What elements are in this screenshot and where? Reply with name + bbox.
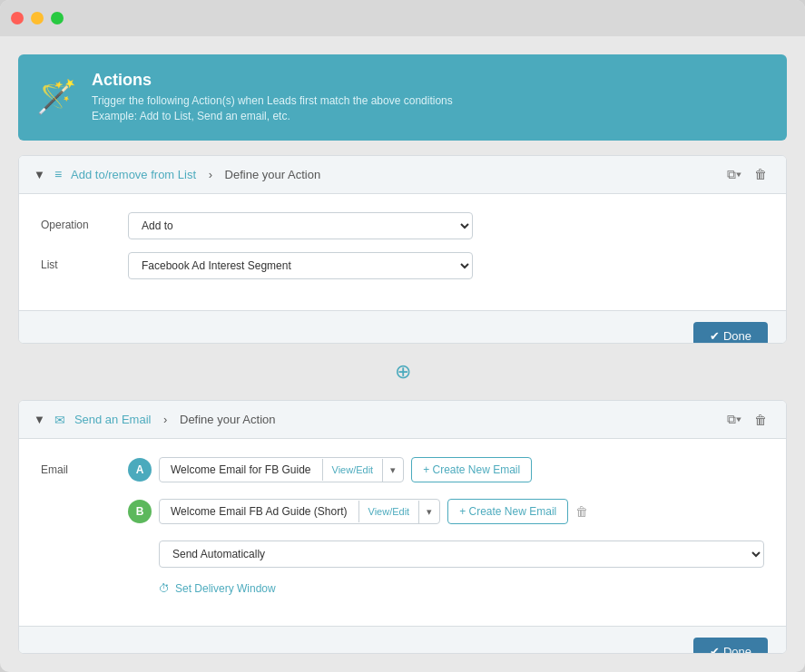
- banner-title: Actions: [92, 71, 453, 90]
- panel2-header: ▼ ✉ Send an Email › Define your Action ⧉…: [19, 401, 786, 439]
- panel2-done-button[interactable]: ✔ Done: [693, 638, 768, 654]
- panel2-actions: ⧉▾ 🗑: [722, 410, 771, 429]
- email-b-chevron-button[interactable]: ▾: [418, 501, 439, 523]
- actions-banner: 🪄 Actions Trigger the following Action(s…: [18, 54, 787, 141]
- main-window: 🪄 Actions Trigger the following Action(s…: [0, 0, 805, 672]
- send-email-panel: ▼ ✉ Send an Email › Define your Action ⧉…: [18, 400, 787, 654]
- email-b-badge: B: [128, 500, 152, 523]
- panel1-breadcrumb-link[interactable]: Add to/remove from List: [71, 168, 196, 181]
- email-label: Email: [41, 457, 113, 476]
- email-a-row: A Welcome Email for FB Guide View/Edit ▾…: [128, 457, 764, 482]
- send-auto-select[interactable]: Send Automatically Send at Specific Time: [159, 541, 764, 568]
- panel1-chevron[interactable]: ▼: [34, 168, 45, 181]
- panel2-copy-button[interactable]: ⧉▾: [722, 410, 746, 429]
- panel2-breadcrumb-sep: ›: [160, 413, 171, 426]
- add-action-button[interactable]: ⊕: [395, 362, 411, 382]
- email-a-view-edit-button[interactable]: View/Edit: [322, 459, 383, 481]
- add-to-list-panel: ▼ ≡ Add to/remove from List › Define you…: [18, 155, 787, 345]
- delivery-window-link[interactable]: ⏱ Set Delivery Window: [159, 582, 764, 595]
- panel2-delete-button[interactable]: 🗑: [750, 411, 771, 429]
- banner-subtitle-2: Example: Add to List, Send an email, etc…: [92, 109, 453, 124]
- minimize-button[interactable]: [31, 12, 44, 24]
- list-control: Facebook Ad Interest Segment: [128, 252, 473, 279]
- panel1-body: Operation Add to Remove from List Facebo…: [19, 194, 786, 310]
- panel2-body: Email A Welcome Email for FB Guide View/…: [19, 439, 786, 626]
- panel1-done-button[interactable]: ✔ Done: [693, 322, 768, 345]
- email-b-row: B Welcome Email FB Ad Guide (Short) View…: [128, 499, 764, 524]
- list-row: List Facebook Ad Interest Segment: [41, 252, 764, 279]
- email-entries: A Welcome Email for FB Guide View/Edit ▾…: [128, 457, 764, 595]
- email-a-create-button[interactable]: + Create New Email: [411, 457, 532, 482]
- operation-row: Operation Add to Remove from: [41, 212, 764, 239]
- operation-label: Operation: [41, 212, 113, 231]
- main-content: 🪄 Actions Trigger the following Action(s…: [0, 36, 805, 672]
- maximize-button[interactable]: [51, 12, 64, 24]
- add-action-row: ⊕: [18, 358, 787, 385]
- panel2-icon: ✉: [54, 413, 65, 427]
- email-b-name: Welcome Email FB Ad Guide (Short): [160, 500, 358, 523]
- panel2-breadcrumb-link[interactable]: Send an Email: [74, 413, 152, 426]
- operation-select[interactable]: Add to Remove from: [128, 212, 473, 239]
- email-a-badge: A: [128, 458, 152, 482]
- email-b-delete-button[interactable]: 🗑: [575, 504, 588, 519]
- email-b-create-button[interactable]: + Create New Email: [447, 499, 568, 524]
- panel1-header: ▼ ≡ Add to/remove from List › Define you…: [19, 156, 786, 194]
- panel1-actions: ⧉▾ 🗑: [722, 165, 771, 184]
- send-auto-row: Send Automatically Send at Specific Time: [159, 541, 764, 568]
- panel1-copy-button[interactable]: ⧉▾: [722, 165, 746, 184]
- panel1-breadcrumb-current: Define your Action: [225, 168, 321, 181]
- email-b-view-edit-button[interactable]: View/Edit: [358, 501, 419, 522]
- banner-subtitle-1: Trigger the following Action(s) when Lea…: [92, 93, 453, 109]
- operation-control: Add to Remove from: [128, 212, 473, 239]
- close-button[interactable]: [11, 12, 24, 24]
- email-b-select-wrap: Welcome Email FB Ad Guide (Short) View/E…: [159, 499, 440, 524]
- panel1-icon: ≡: [54, 167, 62, 181]
- list-label: List: [41, 252, 113, 271]
- panel1-breadcrumb-sep: ›: [205, 168, 216, 181]
- titlebar: [0, 0, 805, 36]
- delivery-window-label: Set Delivery Window: [175, 582, 276, 595]
- panel1-delete-button[interactable]: 🗑: [750, 165, 771, 183]
- banner-icon: 🪄: [36, 81, 77, 113]
- panel2-breadcrumb-current: Define your Action: [180, 413, 276, 426]
- email-a-select-wrap: Welcome Email for FB Guide View/Edit ▾: [159, 457, 404, 482]
- panel2-chevron[interactable]: ▼: [34, 413, 45, 426]
- email-a-chevron-button[interactable]: ▾: [382, 459, 403, 482]
- panel2-footer: ✔ Done: [19, 626, 786, 654]
- delivery-window-icon: ⏱: [159, 582, 170, 595]
- email-row-container: Email A Welcome Email for FB Guide View/…: [41, 457, 764, 595]
- list-select[interactable]: Facebook Ad Interest Segment: [128, 252, 473, 279]
- panel1-footer: ✔ Done: [19, 310, 786, 345]
- email-a-name: Welcome Email for FB Guide: [160, 458, 322, 482]
- banner-text: Actions Trigger the following Action(s) …: [92, 71, 453, 124]
